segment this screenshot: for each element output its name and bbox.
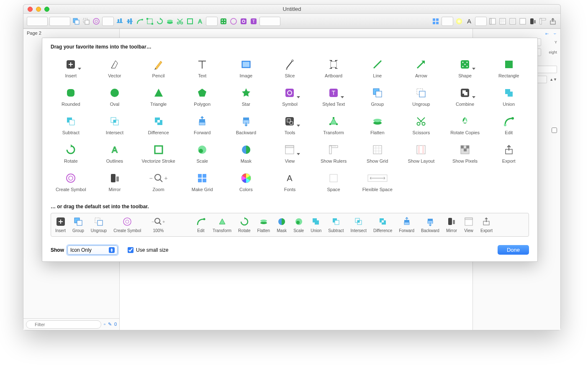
tool-scissors[interactable]: Scissors [401,113,442,139]
group-icon[interactable] [72,17,80,26]
tool-rounded[interactable]: Rounded [51,85,91,111]
symbol-icon[interactable] [92,17,100,26]
toolbar-slot[interactable] [259,17,280,26]
toolbar-slot[interactable] [27,17,48,26]
toolbar-slot[interactable] [49,17,70,26]
tool-slice[interactable]: Slice [270,56,310,82]
show-mode-select[interactable]: Icon Only ▲▼ [67,245,118,255]
outlines-icon[interactable]: A [196,17,204,26]
view1-icon[interactable] [488,17,497,26]
vectorize-icon[interactable] [186,17,194,26]
tool-image[interactable]: Image [226,56,267,82]
tool-shape[interactable]: Shape [445,56,485,82]
tool-show-grid[interactable]: Show Grid [357,142,398,168]
export-icon[interactable] [549,17,557,26]
tool-scale[interactable]: Scale [182,142,223,168]
tool-oval[interactable]: Oval [95,85,135,111]
scissors-icon[interactable] [176,17,184,26]
tool-ungroup[interactable]: Ungroup [401,85,442,111]
tool-artboard[interactable]: Artboard [313,56,354,82]
tool-symbol[interactable]: Symbol [270,85,310,111]
tool-polygon[interactable]: Polygon [182,85,223,111]
colors-icon[interactable] [455,17,463,26]
toolbar-slot[interactable] [442,17,453,26]
fonts-icon[interactable]: A [465,17,473,26]
tool-flexible-space[interactable]: Flexible Space [357,170,398,196]
tool-vector[interactable]: Vector [95,56,135,82]
tool-mirror[interactable]: Mirror [95,170,135,196]
tool-group[interactable]: Group [357,85,398,111]
pages-icon[interactable]: ▫ [104,322,105,327]
toolbar-slot[interactable] [102,17,114,26]
tool-text[interactable]: Text [182,56,223,82]
tool-styled-text[interactable]: TStyled Text [313,85,354,111]
tool-edit[interactable]: Edit [488,113,529,139]
tool-difference[interactable]: Difference [138,113,179,139]
tool-create-symbol[interactable]: Create Symbol [51,170,91,196]
align-v-icon[interactable]: ⫟ [553,31,557,36]
tool-tools[interactable]: Tools [270,113,310,139]
tool-make-grid[interactable]: Make Grid [182,170,223,196]
tool-zoom[interactable]: −+Zoom [138,170,179,196]
tool-mask[interactable]: Mask [226,142,267,168]
slice-toggle-icon[interactable]: ✎ [108,322,112,327]
align-icon[interactable] [116,17,124,26]
view4-icon[interactable] [519,17,527,26]
tool-show-rulers[interactable]: Show Rulers [313,142,354,168]
tool-subtract[interactable]: Subtract [51,113,91,139]
tool-insert[interactable]: Insert [51,56,91,82]
grid-icon[interactable] [431,17,440,26]
tool-fonts[interactable]: AFonts [270,170,310,196]
ungroup-icon[interactable] [82,17,90,26]
view3-icon[interactable] [508,17,517,26]
rulers-icon[interactable] [539,17,547,26]
checkbox[interactable] [552,128,557,133]
mirror-icon[interactable] [529,17,537,26]
tool-vectorize-stroke[interactable]: Vectorize Stroke [138,142,179,168]
tool-show-layout[interactable]: Show Layout [401,142,442,168]
rotate-icon[interactable] [156,17,164,26]
tool-rotate[interactable]: Rotate [51,142,91,168]
page-indicator[interactable]: Page 2 [23,29,119,37]
text-fill-icon[interactable]: T [249,17,258,26]
symbol-fill-icon[interactable] [239,17,248,26]
tool-rectangle[interactable]: Rectangle [488,56,529,82]
tool-triangle[interactable]: Triangle [138,85,179,111]
tool-forward[interactable]: Forward [182,113,223,139]
tool-rotate-copies[interactable]: Rotate Copies [445,113,485,139]
view2-icon[interactable] [498,17,507,26]
transform-icon[interactable] [146,17,154,26]
small-size-input[interactable] [128,247,134,253]
filter-input[interactable] [26,320,101,329]
tool-export[interactable]: Export [488,142,529,168]
tool-combine[interactable]: Combine [445,85,485,111]
flatten-icon[interactable] [166,17,174,26]
tool-backward[interactable]: Backward [226,113,267,139]
tool-outlines[interactable]: AOutlines [95,142,135,168]
svg-point-130 [260,220,267,222]
toolbar-slot[interactable] [206,17,218,26]
svg-rect-114 [198,179,202,182]
tool-show-pixels[interactable]: Show Pixels [445,142,485,168]
svg-point-133 [296,221,300,224]
tool-space[interactable]: Space [313,170,354,196]
distribute-icon[interactable] [126,17,134,26]
tool-star[interactable]: Star [226,85,267,111]
small-size-checkbox[interactable]: Use small size [128,247,168,253]
align-h-icon[interactable]: ⇤ [545,31,549,36]
tool-arrow[interactable]: Arrow [401,56,442,82]
circle-icon[interactable] [229,17,238,26]
toolbar-slot[interactable] [475,17,487,26]
tool-pencil[interactable]: Pencil [138,56,179,82]
tool-colors[interactable]: Colors [226,170,267,196]
shape-icon[interactable] [219,17,228,26]
tool-transform[interactable]: Transform [313,113,354,139]
tool-view[interactable]: View [270,142,310,168]
done-button[interactable]: Done [498,245,529,255]
tool-intersect[interactable]: Intersect [95,113,135,139]
tool-flatten[interactable]: Flatten [357,113,398,139]
tool-line[interactable]: Line [357,56,398,82]
edit-icon[interactable] [136,17,144,26]
tool-union[interactable]: Union [488,85,529,111]
default-toolbar-set[interactable]: Insert Group Ungroup Create Symbol −+100… [51,213,529,237]
